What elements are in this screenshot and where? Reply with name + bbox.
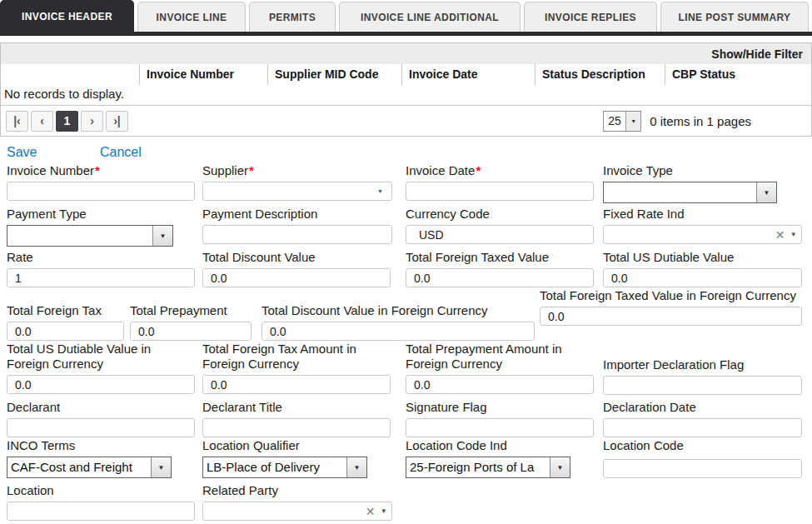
payment-type-field: Payment Type ▼ <box>7 207 173 247</box>
tab-invoice-line-additional[interactable]: INVOICE LINE ADDITIONAL <box>339 2 521 32</box>
declarant-input[interactable] <box>7 418 195 437</box>
tab-invoice-replies[interactable]: INVOICE REPLIES <box>524 2 657 32</box>
location-code-input[interactable] <box>603 459 802 478</box>
cancel-button[interactable]: Cancel <box>100 145 142 160</box>
column-header-invoice-number[interactable]: Invoice Number <box>139 64 267 85</box>
show-hide-filter-link[interactable]: Show/Hide Filter <box>711 47 811 61</box>
inco-terms-select[interactable]: CAF-Cost and Freight ▼ <box>7 457 172 478</box>
declarant-title-input[interactable] <box>202 418 391 437</box>
active-tab-underline <box>0 32 812 36</box>
field-label: Supplier* <box>202 163 392 178</box>
prev-page-icon: ‹ <box>40 114 44 127</box>
fixed-rate-ind-combobox[interactable]: ✕ ▾ <box>603 225 802 244</box>
payment-type-select[interactable]: ▼ <box>7 225 173 247</box>
chevron-down-icon[interactable]: ▾ <box>381 507 386 515</box>
total-foreign-tax-amount-fc-input[interactable] <box>202 375 391 394</box>
total-foreign-tax-input[interactable] <box>7 322 124 341</box>
column-header-supplier-mid-code[interactable]: Supplier MID Code <box>267 64 401 85</box>
clear-icon[interactable]: ✕ <box>775 229 785 241</box>
location-qualifier-select[interactable]: LB-Place of Delivery ▼ <box>202 457 367 478</box>
tab-label: PERMITS <box>269 12 316 23</box>
total-foreign-tax-amount-fc-field: Total Foreign Tax Amount in Foreign Curr… <box>202 342 391 394</box>
total-prepayment-input[interactable] <box>130 322 252 341</box>
field-label: Fixed Rate Ind <box>603 207 802 222</box>
page-size-value: 25 <box>604 112 625 131</box>
payment-description-input[interactable] <box>202 225 392 244</box>
chevron-down-icon[interactable]: ▾ <box>791 231 795 238</box>
field-label: Location <box>7 483 195 498</box>
chevron-down-icon[interactable]: ▼ <box>550 457 570 477</box>
total-foreign-taxed-value-field: Total Foreign Taxed Value <box>406 250 594 287</box>
inco-terms-field: INCO Terms CAF-Cost and Freight ▼ <box>7 438 172 478</box>
column-header-invoice-date[interactable]: Invoice Date <box>401 64 535 85</box>
tab-label: LINE POST SUMMARY <box>678 12 790 23</box>
tab-invoice-line[interactable]: INVOICE LINE <box>137 2 246 32</box>
chevron-down-icon[interactable]: ▼ <box>756 182 776 202</box>
signature-flag-input[interactable] <box>406 418 594 437</box>
pager-right-group: 25 ▼ 0 items in 1 pages <box>603 111 751 132</box>
total-us-dutiable-value-fc-input[interactable] <box>7 375 195 394</box>
total-foreign-taxed-value-input[interactable] <box>406 268 594 287</box>
invoice-number-field: Invoice Number* <box>7 163 195 201</box>
tab-line-post-summary[interactable]: LINE POST SUMMARY <box>660 2 809 32</box>
pager-page-1-button[interactable]: 1 <box>56 111 78 132</box>
total-discount-value-fc-field: Total Discount Value in Foreign Currency <box>262 303 535 341</box>
tab-permits[interactable]: PERMITS <box>249 2 336 32</box>
total-us-dutiable-value-input[interactable] <box>603 268 802 287</box>
field-label: Location Code <box>603 438 802 453</box>
related-party-combobox[interactable]: ✕ ▾ <box>202 502 392 521</box>
total-prepayment-amount-fc-input[interactable] <box>406 375 594 394</box>
clear-icon[interactable]: ✕ <box>366 506 376 517</box>
field-label: Invoice Number* <box>7 163 195 178</box>
tab-strip: INVOICE HEADER INVOICE LINE PERMITS INVO… <box>0 0 812 32</box>
chevron-down-icon[interactable]: ▼ <box>625 112 640 131</box>
chevron-down-icon[interactable]: ▼ <box>346 457 366 477</box>
page-size-select[interactable]: 25 ▼ <box>603 111 641 132</box>
rate-input[interactable] <box>7 268 195 287</box>
field-label: Declaration Date <box>603 400 802 415</box>
location-input[interactable] <box>7 502 195 521</box>
chevron-down-icon[interactable]: ▼ <box>377 188 383 194</box>
invoice-date-input[interactable] <box>406 182 594 201</box>
pager-prev-button[interactable]: ‹ <box>31 111 53 132</box>
pager-first-button[interactable]: |‹ <box>6 111 28 132</box>
total-discount-value-fc-input[interactable] <box>262 322 535 341</box>
save-button[interactable]: Save <box>7 145 37 160</box>
currency-code-input[interactable] <box>406 225 594 244</box>
currency-code-field: Currency Code <box>406 207 594 244</box>
total-foreign-taxed-value-fc-input[interactable] <box>540 307 802 326</box>
supplier-combobox[interactable]: ▼ <box>202 182 392 201</box>
pager-last-button[interactable]: ›| <box>106 111 128 132</box>
field-label: Payment Description <box>202 207 392 222</box>
location-code-ind-select[interactable]: 25-Foreign Ports of La ▼ <box>406 457 570 478</box>
column-header-blank <box>1 64 139 85</box>
importer-declaration-flag-input[interactable] <box>603 376 802 395</box>
field-label: Rate <box>7 250 195 265</box>
grid-header-row: Invoice Number Supplier MID Code Invoice… <box>1 64 811 85</box>
field-label: Importer Declaration Flag <box>603 357 802 372</box>
importer-declaration-flag-field: Importer Declaration Flag <box>603 357 802 395</box>
invoice-grid: Show/Hide Filter Invoice Number Supplier… <box>0 42 812 137</box>
pager-summary: 0 items in 1 pages <box>650 114 751 128</box>
pager-buttons: |‹ ‹ 1 › ›| <box>1 111 128 132</box>
field-label: Location Code Ind <box>406 438 570 453</box>
invoice-date-field: Invoice Date* <box>406 163 594 201</box>
total-us-dutiable-value-fc-field: Total US Dutiable Value in Foreign Curre… <box>7 342 195 394</box>
chevron-down-icon[interactable]: ▼ <box>151 457 171 477</box>
field-label: Invoice Date* <box>406 163 594 178</box>
total-discount-value-input[interactable] <box>202 268 391 287</box>
first-page-icon: |‹ <box>13 114 21 127</box>
invoice-number-input[interactable] <box>7 182 195 201</box>
chevron-down-icon[interactable]: ▼ <box>152 226 172 246</box>
field-label: Total Foreign Tax <box>7 303 124 318</box>
declaration-date-input[interactable] <box>603 418 802 437</box>
column-header-status-description[interactable]: Status Description <box>535 64 665 85</box>
tab-invoice-header[interactable]: INVOICE HEADER <box>0 0 134 32</box>
invoice-type-select[interactable]: ▼ <box>603 182 777 203</box>
column-header-cbp-status[interactable]: CBP Status <box>665 64 811 85</box>
grid-pager: |‹ ‹ 1 › ›| 25 ▼ 0 items in 1 pages <box>1 105 811 136</box>
signature-flag-field: Signature Flag <box>406 400 594 437</box>
fixed-rate-ind-field: Fixed Rate Ind ✕ ▾ <box>603 207 802 244</box>
pager-next-button[interactable]: › <box>81 111 103 132</box>
rate-field: Rate <box>7 250 195 287</box>
